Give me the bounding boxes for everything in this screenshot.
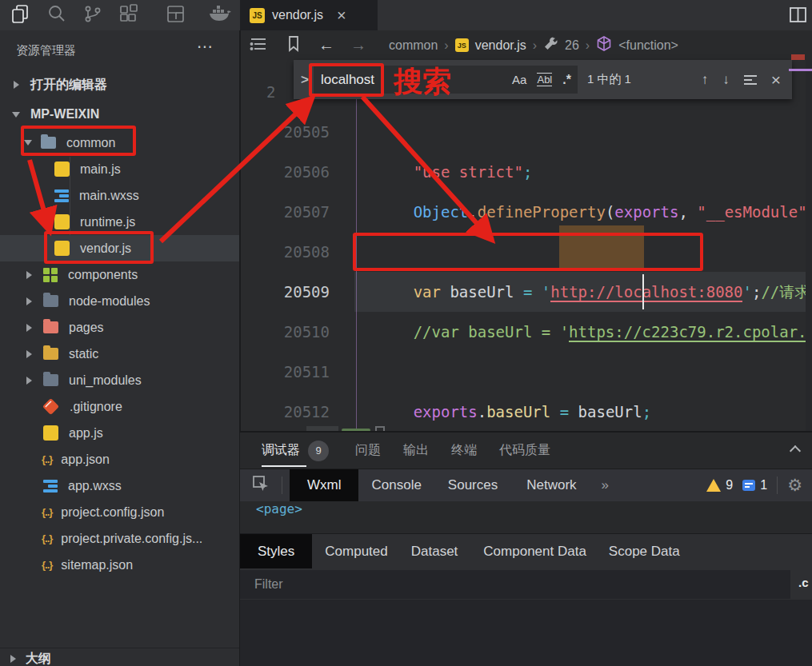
- files-icon[interactable]: [10, 3, 30, 27]
- components-folder-icon: [43, 268, 58, 282]
- chevron-right-icon: ›: [444, 38, 448, 53]
- line-number: 20511: [264, 352, 330, 392]
- panel-tab-debugger[interactable]: 调试器: [262, 442, 300, 459]
- devtools-tab-console[interactable]: Console: [371, 477, 421, 493]
- filter-input[interactable]: Filter: [240, 570, 790, 599]
- find-in-selection-icon[interactable]: [744, 73, 757, 87]
- panel-tab-code-quality[interactable]: 代码质量: [499, 442, 550, 459]
- warning-count: 9: [726, 478, 733, 493]
- section-project[interactable]: MP-WEIXIN: [0, 102, 240, 127]
- code-editor[interactable]: 2 20505 20506 20507 20508 20509 20510 20…: [240, 60, 812, 433]
- warning-icon[interactable]: [706, 479, 721, 492]
- nav-forward-icon[interactable]: →: [350, 36, 366, 54]
- tree-item-runtime-js[interactable]: runtime.js: [0, 209, 240, 235]
- tree-item-uni-modules[interactable]: uni_modules: [0, 367, 240, 393]
- debugger-badge: 9: [308, 441, 329, 461]
- code-line: "use strict";: [358, 112, 532, 152]
- bookmark-icon[interactable]: [286, 35, 301, 56]
- tree-item-main-wxss[interactable]: main.wxss: [0, 182, 240, 209]
- devtools-settings-icon[interactable]: ⚙: [787, 476, 802, 495]
- more-tabs-icon[interactable]: »: [602, 477, 609, 493]
- message-icon[interactable]: [742, 480, 755, 491]
- source-control-icon[interactable]: [82, 4, 102, 27]
- json-file-icon: {..}: [42, 453, 52, 465]
- line-number: 20510: [264, 312, 330, 352]
- find-widget: > localhost Aa Abl .* 1 中的 1 ↑ ↓ ×: [294, 60, 792, 99]
- wxss-file-icon: [54, 189, 69, 202]
- tree-item-gitignore[interactable]: .gitignore: [0, 393, 240, 420]
- tab-vendor-js[interactable]: JS vendor.js ×: [240, 0, 378, 30]
- tab-close-icon[interactable]: ×: [337, 6, 346, 25]
- panel-expand-icon[interactable]: [790, 445, 801, 456]
- tree-item-project-private-config[interactable]: {..} project.private.config.js...: [0, 525, 240, 552]
- sidebar-title: 资源管理器: [16, 43, 76, 58]
- section-open-editors[interactable]: 打开的编辑器: [0, 73, 240, 97]
- editor-scrollbar[interactable]: [806, 60, 812, 433]
- code-line: Object.defineProperty(exports, "__esModu…: [358, 152, 812, 192]
- toggle-replace-icon[interactable]: >: [301, 72, 309, 88]
- outline-list-icon[interactable]: [248, 35, 269, 56]
- annotation-search-label: 搜索: [394, 62, 451, 102]
- tree-item-pages[interactable]: pages: [0, 314, 240, 341]
- breadcrumb-line[interactable]: 26: [565, 38, 579, 53]
- inspector-tab-dataset[interactable]: Dataset: [411, 544, 458, 560]
- devtools-tab-sources[interactable]: Sources: [448, 477, 498, 493]
- search-icon[interactable]: [46, 4, 66, 27]
- breadcrumb-folder[interactable]: common: [389, 38, 438, 53]
- inspect-element-icon[interactable]: [252, 475, 270, 497]
- match-case-icon[interactable]: Aa: [512, 73, 526, 86]
- devtools-tab-wxml[interactable]: Wxml: [290, 469, 358, 502]
- tree-item-sitemap-json[interactable]: {..} sitemap.json: [0, 552, 240, 578]
- tree-item-node-modules[interactable]: node-modules: [0, 288, 240, 314]
- extensions-icon[interactable]: [118, 4, 138, 27]
- find-next-icon[interactable]: ↓: [722, 72, 730, 88]
- tree-item-app-json[interactable]: {..} app.json: [0, 446, 240, 473]
- find-prev-icon[interactable]: ↑: [702, 72, 709, 88]
- breadcrumb-symbol[interactable]: <function>: [618, 38, 678, 53]
- panel-active-tab-underline: [262, 465, 306, 467]
- section-outline[interactable]: 大纲: [0, 649, 240, 666]
- tree-item-main-js[interactable]: main.js: [0, 156, 240, 182]
- layout-icon[interactable]: [166, 4, 186, 27]
- filter-bar: Filter .c: [240, 568, 812, 600]
- element-tag[interactable]: <page>: [256, 501, 302, 516]
- overview-find-mark: [791, 54, 805, 60]
- inspector-tab-component-data[interactable]: Component Data: [483, 544, 586, 560]
- find-count: 1 中的 1: [587, 72, 631, 87]
- inspector-tab-styles[interactable]: Styles: [240, 534, 312, 569]
- devtools-tab-network[interactable]: Network: [526, 477, 576, 493]
- cls-toggle[interactable]: .c: [798, 576, 809, 589]
- inspector-tab-scope-data[interactable]: Scope Data: [609, 544, 680, 560]
- overview-cursor-mark: [789, 69, 812, 71]
- element-tree[interactable]: <page>: [240, 501, 812, 533]
- more-actions-icon[interactable]: ⋯: [197, 37, 214, 56]
- split-editor-icon[interactable]: [789, 6, 807, 26]
- panel-tab-output[interactable]: 输出: [403, 442, 429, 459]
- line-number: 20508: [264, 232, 330, 272]
- regex-icon[interactable]: .*: [562, 73, 571, 87]
- inspector-tab-computed[interactable]: Computed: [325, 544, 387, 560]
- tree-item-app-js[interactable]: app.js: [0, 420, 240, 446]
- tree-item-static[interactable]: static: [0, 341, 240, 367]
- tree-item-app-wxss[interactable]: app.wxss: [0, 473, 240, 499]
- code-line: exports.baseUrl = baseUrl;: [358, 352, 651, 392]
- folder-icon: [43, 374, 58, 386]
- sidebar: 资源管理器 ⋯ 打开的编辑器 MP-WEIXIN common main.js …: [0, 30, 240, 666]
- whole-word-icon[interactable]: Abl: [537, 73, 552, 86]
- tree-item-project-config[interactable]: {..} project.config.json: [0, 499, 240, 525]
- docker-icon[interactable]: [208, 4, 232, 26]
- tree-item-components[interactable]: components: [0, 261, 240, 288]
- line-number-clipped: 2: [266, 72, 279, 112]
- js-file-icon: [43, 425, 58, 441]
- find-close-icon[interactable]: ×: [771, 70, 781, 90]
- code-line: var baseUrl = 'http://localhost:8080';//…: [358, 232, 812, 272]
- panel-tab-problems[interactable]: 问题: [355, 442, 381, 459]
- panel-tab-terminal[interactable]: 终端: [451, 442, 477, 459]
- symbol-cube-icon: [596, 35, 612, 55]
- js-file-icon: JS: [250, 8, 265, 23]
- breadcrumb-file[interactable]: vendor.js: [475, 38, 526, 53]
- column-guide: [356, 60, 357, 433]
- tree-item-vendor-js[interactable]: vendor.js: [0, 235, 240, 261]
- tree-item-common[interactable]: common: [0, 130, 240, 156]
- nav-back-icon[interactable]: ←: [318, 36, 334, 54]
